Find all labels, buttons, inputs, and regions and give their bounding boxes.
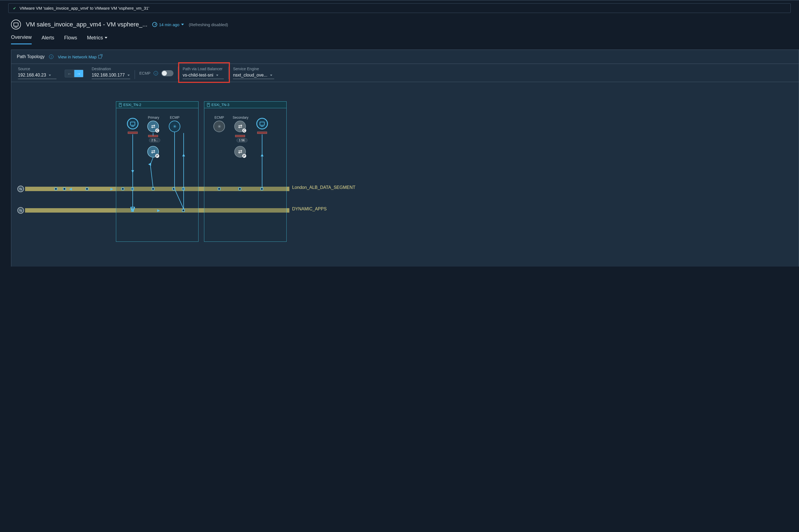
port [55, 188, 57, 190]
port [152, 188, 154, 190]
path-lb-select[interactable]: vs-child-test-sni [183, 73, 224, 79]
timestamp-text: 14 min ago [159, 22, 179, 27]
switch-strip [235, 135, 245, 137]
lb-node-primary-c[interactable]: ⇄ C [147, 120, 159, 132]
segment-label-2: DYNAMIC_APPS [292, 207, 326, 211]
port [261, 188, 263, 190]
lb-node-secondary-p[interactable]: ⇄ P [234, 146, 246, 157]
port [218, 188, 221, 190]
source-label: Source [18, 66, 56, 71]
breadcrumb: ✔ VMware VM 'sales_invoice_app_vm4' to V… [8, 3, 791, 13]
host-icon [207, 103, 210, 107]
swap-direction: ← → [61, 70, 87, 79]
port [131, 188, 134, 190]
vm-node-source[interactable] [127, 118, 138, 129]
chevron-down-icon [216, 75, 218, 76]
info-icon[interactable]: i [49, 55, 53, 59]
switch-strip [128, 132, 138, 134]
vm-icon [11, 20, 21, 30]
segment-icon: ⇆ [17, 207, 24, 214]
tab-metrics[interactable]: Metrics [87, 34, 107, 44]
check-icon: ✔ [13, 6, 16, 11]
info-icon[interactable]: i [154, 71, 158, 75]
ecmp-node-1[interactable]: ✳ [169, 120, 180, 132]
port [131, 209, 134, 212]
ecmp-node-2[interactable]: ✳ [213, 120, 225, 132]
secondary-caption: Secondary [233, 116, 248, 119]
host-icon [119, 103, 122, 107]
se-count-badge-1: 2 S... [149, 138, 160, 142]
tab-overview[interactable]: Overview [11, 34, 32, 44]
chevron-down-icon [270, 75, 272, 76]
port [172, 188, 175, 190]
primary-caption: Primary [148, 116, 159, 119]
service-engine-label: Service Engine [233, 66, 274, 71]
segment-icon: ⇆ [17, 186, 24, 192]
filter-row: Source 192.168.40.23 ← → Destination 192… [11, 63, 799, 82]
path-lb-label: Path via Load Balancer [183, 66, 224, 71]
se-count-badge-2: 1 SE [236, 138, 248, 142]
lb-node-primary-p[interactable]: ⇄ P [147, 146, 159, 157]
port [121, 188, 124, 190]
timestamp-dropdown[interactable]: 14 min ago [152, 22, 184, 27]
chevron-down-icon [128, 75, 130, 76]
ecmp-toggle[interactable] [161, 70, 173, 76]
tab-flows[interactable]: Flows [64, 34, 77, 44]
source-select[interactable]: 192.168.40.23 [18, 73, 56, 79]
ecmp-caption-2: ECMP [214, 116, 224, 119]
port [239, 188, 241, 190]
chevron-down-icon [104, 37, 107, 39]
port [182, 188, 185, 190]
badge-c: C [242, 128, 246, 133]
external-link-icon [98, 55, 101, 58]
panel-title: Path Topology [17, 54, 44, 59]
refresh-status: (Refreshing disabled) [189, 22, 228, 27]
view-network-map-link[interactable]: View in Network Map [58, 55, 101, 59]
destination-label: Destination [92, 66, 130, 71]
switch-strip [257, 132, 267, 134]
port [85, 188, 88, 190]
badge-p: P [155, 154, 159, 158]
destination-select[interactable]: 192.168.100.177 [92, 73, 130, 79]
ecmp-label: ECMP [139, 71, 150, 75]
port [182, 209, 185, 212]
swap-left-button[interactable]: ← [65, 70, 74, 77]
path-topology-panel: Path Topology i View in Network Map Sour… [11, 50, 799, 267]
tab-bar: Overview Alerts Flows Metrics [0, 30, 799, 44]
host-label: ESXi_TN-3 [211, 103, 229, 107]
breadcrumb-text: VMware VM 'sales_invoice_app_vm4' to VMw… [20, 6, 149, 11]
vm-node-dest[interactable] [256, 118, 268, 129]
lb-node-secondary-c[interactable]: ⇄ C [234, 120, 246, 132]
topology-diagram: ⇆ London_ALB_DATA_SEGMENT ⇆ DYNAMIC_APPS… [17, 101, 793, 255]
clock-icon [152, 22, 157, 27]
swap-right-button[interactable]: → [74, 70, 83, 77]
port [63, 188, 66, 190]
badge-c: C [155, 128, 159, 133]
chevron-down-icon [181, 24, 184, 25]
service-engine-select[interactable]: nsxt_cloud_ove... [233, 73, 274, 79]
page-header: VM sales_invoice_app_vm4 - VM vsphere_..… [0, 13, 799, 30]
host-label: ESXi_TN-2 [123, 103, 141, 107]
badge-p: P [242, 154, 246, 158]
switch-strip [148, 135, 158, 137]
segment-label-1: London_ALB_DATA_SEGMENT [292, 185, 356, 190]
ecmp-caption: ECMP [170, 116, 179, 119]
tab-alerts[interactable]: Alerts [42, 34, 54, 44]
page-title: VM sales_invoice_app_vm4 - VM vsphere_..… [26, 21, 147, 28]
chevron-down-icon [49, 75, 51, 76]
